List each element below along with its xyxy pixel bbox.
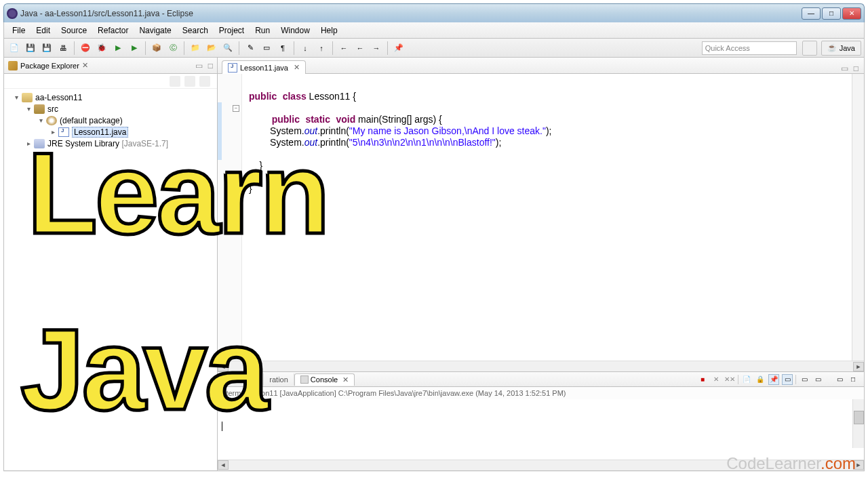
src-folder-icon bbox=[34, 104, 45, 114]
java-perspective-button[interactable]: ☕ Java bbox=[821, 41, 861, 56]
menu-refactor[interactable]: Refactor bbox=[92, 24, 134, 37]
separator bbox=[332, 41, 333, 55]
back-icon[interactable]: ← bbox=[353, 41, 368, 56]
pin-console-icon[interactable]: 📌 bbox=[768, 374, 779, 385]
package-explorer-toolbar bbox=[4, 74, 217, 89]
new-icon[interactable]: 📄 bbox=[7, 41, 22, 56]
menu-navigate[interactable]: Navigate bbox=[134, 24, 176, 37]
close-icon[interactable]: ✕ bbox=[342, 375, 349, 384]
link-editor-icon[interactable] bbox=[184, 76, 195, 87]
open-task-icon[interactable]: 📂 bbox=[204, 41, 219, 56]
tab-console[interactable]: Console ✕ bbox=[294, 373, 355, 386]
overview-ruler[interactable] bbox=[852, 74, 864, 361]
print-icon[interactable]: 🖶 bbox=[56, 41, 71, 56]
scroll-thumb[interactable] bbox=[854, 411, 864, 424]
package-explorer-icon bbox=[8, 61, 18, 70]
display-console-icon[interactable]: ▭ bbox=[782, 374, 793, 385]
scroll-lock-icon[interactable]: 🔒 bbox=[755, 374, 766, 385]
view-menu-icon[interactable] bbox=[199, 76, 210, 87]
maximize-view-icon[interactable]: □ bbox=[208, 61, 213, 70]
close-icon[interactable]: ✕ bbox=[82, 61, 88, 70]
minimize-editor-icon[interactable]: ▭ bbox=[841, 64, 848, 73]
toggle-block-icon[interactable]: ▭ bbox=[259, 41, 274, 56]
editor-tab-lesson11[interactable]: Lesson11.java ✕ bbox=[222, 60, 306, 74]
maximize-editor-icon[interactable]: □ bbox=[854, 64, 859, 73]
close-button[interactable]: ✕ bbox=[842, 7, 861, 20]
collapse-all-icon[interactable] bbox=[170, 76, 180, 87]
separator bbox=[294, 41, 294, 55]
debug-icon[interactable]: 🐞 bbox=[94, 41, 109, 56]
show-whitespace-icon[interactable]: ¶ bbox=[275, 41, 290, 56]
run-last-icon[interactable]: ▶ bbox=[127, 41, 142, 56]
open-type-icon[interactable]: 📁 bbox=[188, 41, 203, 56]
scroll-left-icon[interactable]: ◄ bbox=[218, 460, 229, 470]
save-all-icon[interactable]: 💾 bbox=[39, 41, 54, 56]
java-perspective-label: Java bbox=[840, 44, 855, 52]
save-icon[interactable]: 💾 bbox=[23, 41, 38, 56]
expand-icon[interactable]: ▾ bbox=[12, 94, 20, 102]
separator bbox=[74, 41, 75, 55]
new-console-icon[interactable]: ▭ bbox=[812, 374, 823, 385]
console-output[interactable] bbox=[218, 399, 864, 460]
console-header: <term> Lesson11 [Java Application] C:\Pr… bbox=[218, 387, 864, 399]
open-console-icon[interactable]: ▭ bbox=[799, 374, 810, 385]
title-bar: Java - aa-Lesson11/src/Lesson11.java - E… bbox=[3, 3, 865, 22]
separator bbox=[239, 41, 239, 55]
fold-icon[interactable]: − bbox=[233, 105, 239, 112]
toggle-mark-icon[interactable]: ✎ bbox=[243, 41, 258, 56]
expand-icon[interactable]: ▾ bbox=[37, 117, 45, 125]
toolbar: 📄 💾 💾 🖶 ⛔ 🐞 ▶ ▶ 📦 Ⓒ 📁 📂 🔍 ✎ ▭ ¶ ↓ ↑ ← ← … bbox=[3, 39, 865, 58]
menu-window[interactable]: Window bbox=[275, 24, 315, 37]
code-area[interactable]: public class Lesson11 { public static vo… bbox=[242, 74, 852, 361]
tab-declaration[interactable]: ration bbox=[264, 373, 294, 386]
menu-edit[interactable]: Edit bbox=[31, 24, 56, 37]
close-icon[interactable]: ✕ bbox=[294, 63, 300, 72]
status-bar bbox=[3, 471, 865, 485]
menu-help[interactable]: Help bbox=[315, 24, 343, 37]
tree-default-package[interactable]: ▾ (default package) bbox=[4, 115, 217, 126]
clear-console-icon[interactable]: 📄 bbox=[741, 374, 752, 385]
next-annotation-icon[interactable]: ↓ bbox=[298, 41, 313, 56]
package-icon bbox=[46, 116, 57, 125]
editor-hscroll[interactable]: ◄ ► bbox=[218, 361, 864, 371]
terminate-icon[interactable]: ■ bbox=[697, 374, 708, 385]
package-explorer-title: Package Explorer bbox=[20, 62, 79, 70]
forward-icon[interactable]: → bbox=[369, 41, 384, 56]
menu-search[interactable]: Search bbox=[177, 24, 214, 37]
java-file-icon bbox=[228, 63, 237, 73]
window-title: Java - aa-Lesson11/src/Lesson11.java - E… bbox=[20, 9, 802, 18]
prev-annotation-icon[interactable]: ↑ bbox=[314, 41, 329, 56]
skip-icon[interactable]: ⛔ bbox=[78, 41, 93, 56]
tree-project[interactable]: ▾ aa-Lesson11 bbox=[4, 92, 217, 103]
remove-all-icon[interactable]: ✕✕ bbox=[724, 374, 735, 385]
overlay-learn: Learn bbox=[27, 136, 328, 251]
expand-icon[interactable]: ▾ bbox=[24, 105, 33, 113]
separator bbox=[184, 41, 184, 55]
maximize-button[interactable]: □ bbox=[822, 7, 841, 20]
last-edit-icon[interactable]: ← bbox=[336, 41, 351, 56]
menu-source[interactable]: Source bbox=[56, 24, 92, 37]
console-vscroll[interactable] bbox=[852, 399, 864, 448]
console-icon bbox=[300, 375, 309, 384]
separator bbox=[145, 41, 146, 55]
menu-file[interactable]: File bbox=[7, 24, 31, 37]
new-package-icon[interactable]: 📦 bbox=[149, 41, 164, 56]
maximize-view-icon[interactable]: □ bbox=[848, 374, 859, 385]
minimize-button[interactable]: — bbox=[802, 7, 821, 20]
separator bbox=[387, 41, 388, 55]
minimize-view-icon[interactable]: ▭ bbox=[195, 61, 203, 70]
remove-launch-icon[interactable]: ✕ bbox=[711, 374, 722, 385]
watermark: CodeLearner.com bbox=[726, 454, 856, 473]
menu-project[interactable]: Project bbox=[214, 24, 250, 37]
menu-run[interactable]: Run bbox=[250, 24, 275, 37]
pin-icon[interactable]: 📌 bbox=[391, 41, 406, 56]
open-perspective-icon[interactable] bbox=[802, 41, 817, 56]
quick-access-input[interactable]: Quick Access bbox=[702, 41, 797, 55]
minimize-view-icon[interactable]: ▭ bbox=[834, 374, 845, 385]
tree-src[interactable]: ▾ src bbox=[4, 103, 217, 115]
overlay-java: Java bbox=[20, 312, 266, 427]
search-icon[interactable]: 🔍 bbox=[220, 41, 235, 56]
new-class-icon[interactable]: Ⓒ bbox=[165, 41, 180, 56]
scroll-right-icon[interactable]: ► bbox=[853, 362, 864, 371]
run-icon[interactable]: ▶ bbox=[111, 41, 125, 56]
